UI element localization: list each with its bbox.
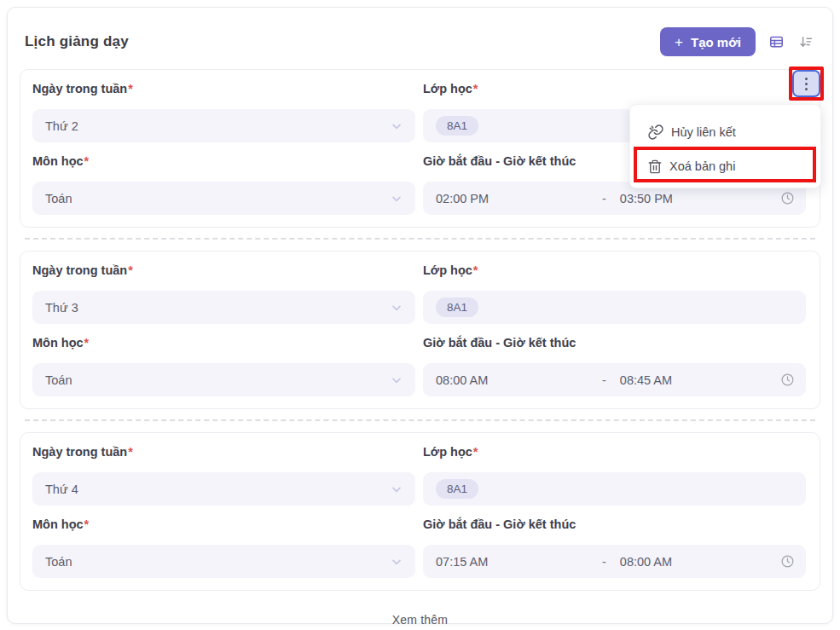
chevron-down-icon <box>390 119 403 133</box>
menu-item-unlink[interactable]: Hủy liên kết <box>630 115 820 149</box>
subject-select[interactable]: Toán <box>32 545 415 578</box>
field-subject: Môn học* Toán <box>32 334 415 396</box>
see-more-link[interactable]: Xem thêm <box>8 613 832 627</box>
menu-item-delete[interactable]: Xoá bản ghi <box>630 149 820 183</box>
required-asterisk: * <box>84 336 90 350</box>
range-separator: - <box>602 373 606 387</box>
schedule-record-card-1: Ngày trong tuần* Thứ 2 Lớp học* 8A1 <box>20 69 820 228</box>
end-time-value: 08:45 AM <box>620 373 672 387</box>
field-class: Lớp học* 8A1 <box>423 443 806 506</box>
table-view-button[interactable] <box>767 32 785 51</box>
subject-select-value: Toán <box>45 373 72 387</box>
menu-item-unlink-label: Hủy liên kết <box>671 125 736 139</box>
required-asterisk: * <box>128 445 133 459</box>
table-icon <box>768 34 785 49</box>
required-asterisk: * <box>473 445 478 459</box>
day-select[interactable]: Thứ 3 <box>32 291 415 324</box>
plus-icon: + <box>675 35 683 49</box>
schedule-record-card-3: Ngày trong tuần* Thứ 4 Lớp học* 8A1 <box>20 432 820 591</box>
subject-label: Môn học* <box>32 153 415 170</box>
field-time-range: Giờ bắt đầu - Giờ kết thúc 07:15 AM - 08… <box>423 516 806 578</box>
time-range-label: Giờ bắt đầu - Giờ kết thúc <box>423 516 806 533</box>
day-select[interactable]: Thứ 4 <box>32 472 415 506</box>
field-time-range: Giờ bắt đầu - Giờ kết thúc 08:00 AM - 08… <box>423 334 806 396</box>
clock-icon <box>780 191 795 205</box>
required-asterisk: * <box>84 154 90 168</box>
required-asterisk: * <box>128 263 133 277</box>
dashed-separator <box>25 238 815 240</box>
record-actions-menu: Hủy liên kết Xoá bản ghi <box>629 104 821 188</box>
start-time-value: 08:00 AM <box>436 373 602 387</box>
teaching-schedule-panel: Lịch giảng dạy + Tạo mới <box>7 7 833 624</box>
class-tag: 8A1 <box>436 298 478 318</box>
day-label: Ngày trong tuần* <box>32 262 415 279</box>
range-separator: - <box>602 192 606 205</box>
required-asterisk: * <box>473 82 478 95</box>
chevron-down-icon <box>390 373 403 387</box>
chevron-down-icon <box>390 483 403 496</box>
time-range-input[interactable]: 08:00 AM - 08:45 AM <box>423 363 806 396</box>
schedule-record-card-2: Ngày trong tuần* Thứ 3 Lớp học* 8A1 <box>20 251 820 409</box>
create-new-button[interactable]: + Tạo mới <box>660 27 756 56</box>
subject-label: Môn học* <box>32 334 415 351</box>
record-actions-button[interactable] <box>792 70 820 97</box>
chevron-down-icon <box>390 555 403 569</box>
range-separator: - <box>602 555 606 569</box>
day-select[interactable]: Thứ 2 <box>32 109 415 142</box>
unlink-icon <box>647 124 664 141</box>
class-label: Lớp học* <box>423 262 806 279</box>
subject-select-value: Toán <box>45 192 72 205</box>
field-day: Ngày trong tuần* Thứ 4 <box>32 443 415 506</box>
required-asterisk: * <box>84 517 90 531</box>
sort-amount-icon <box>798 34 814 49</box>
page-title: Lịch giảng dạy <box>25 33 129 50</box>
clock-icon <box>780 554 795 569</box>
menu-item-delete-label: Xoá bản ghi <box>669 159 735 173</box>
class-label: Lớp học* <box>423 443 806 460</box>
day-select-value: Thứ 4 <box>45 483 78 496</box>
time-range-label: Giờ bắt đầu - Giờ kết thúc <box>423 334 806 351</box>
create-new-label: Tạo mới <box>691 35 741 49</box>
clock-icon <box>780 373 795 387</box>
day-label: Ngày trong tuần* <box>32 443 415 460</box>
class-multiselect[interactable]: 8A1 <box>423 472 806 506</box>
start-time-value: 07:15 AM <box>436 555 602 569</box>
vertical-ellipsis-icon <box>805 78 808 80</box>
chevron-down-icon <box>390 301 403 315</box>
field-day: Ngày trong tuần* Thứ 2 <box>32 80 415 142</box>
required-asterisk: * <box>128 82 133 95</box>
start-time-value: 02:00 PM <box>436 192 602 205</box>
field-class: Lớp học* 8A1 <box>423 262 806 324</box>
class-label: Lớp học* <box>423 80 806 97</box>
header-controls: + Tạo mới <box>660 27 815 56</box>
day-select-value: Thứ 3 <box>45 301 78 315</box>
sort-button[interactable] <box>797 32 815 51</box>
day-select-value: Thứ 2 <box>45 119 78 133</box>
end-time-value: 08:00 AM <box>620 555 672 569</box>
class-tag: 8A1 <box>436 116 478 136</box>
class-tag: 8A1 <box>436 479 478 500</box>
field-subject: Môn học* Toán <box>32 153 415 215</box>
schedule-records-list: Ngày trong tuần* Thứ 2 Lớp học* 8A1 <box>8 69 832 591</box>
class-multiselect[interactable]: 8A1 <box>423 291 806 324</box>
subject-select-value: Toán <box>45 555 72 569</box>
time-range-input[interactable]: 07:15 AM - 08:00 AM <box>423 545 806 578</box>
end-time-value: 03:50 PM <box>620 192 673 205</box>
day-label: Ngày trong tuần* <box>32 80 415 97</box>
panel-header: Lịch giảng dạy + Tạo mới <box>8 8 832 69</box>
required-asterisk: * <box>473 263 478 277</box>
trash-icon <box>647 159 663 175</box>
subject-select[interactable]: Toán <box>32 363 415 396</box>
subject-label: Môn học* <box>32 516 415 533</box>
subject-select[interactable]: Toán <box>32 182 415 215</box>
chevron-down-icon <box>390 192 403 205</box>
dashed-separator <box>25 419 815 421</box>
field-day: Ngày trong tuần* Thứ 3 <box>32 262 415 324</box>
field-subject: Môn học* Toán <box>32 516 415 578</box>
